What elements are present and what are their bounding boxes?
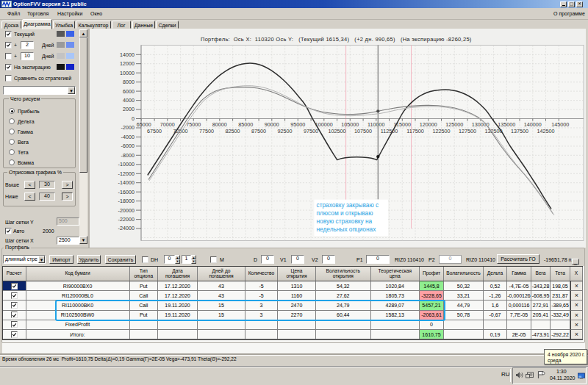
- svg-text:135000: 135000: [498, 121, 515, 128]
- svg-text:недельных опционах: недельных опционах: [317, 226, 377, 233]
- svg-text:100000: 100000: [315, 121, 333, 128]
- svg-text:6000: 6000: [123, 88, 135, 95]
- svg-text:-20000: -20000: [118, 207, 135, 214]
- svg-text:105000: 105000: [341, 121, 359, 128]
- svg-text:2000: 2000: [123, 106, 135, 112]
- svg-text:-18000: -18000: [118, 198, 135, 204]
- svg-text:14000: 14000: [120, 51, 135, 58]
- svg-text:-2000: -2000: [121, 124, 135, 131]
- svg-text:110000: 110000: [368, 121, 384, 128]
- svg-text:-4000: -4000: [121, 134, 135, 140]
- svg-text:127500: 127500: [459, 128, 476, 134]
- svg-text:4000: 4000: [123, 97, 135, 104]
- svg-text:92500: 92500: [278, 128, 293, 134]
- svg-text:-16000: -16000: [118, 189, 135, 195]
- svg-text:новую страховку на: новую страховку на: [317, 217, 373, 225]
- svg-text:107500: 107500: [354, 128, 372, 134]
- svg-text:82500: 82500: [226, 128, 240, 134]
- svg-text:70000: 70000: [160, 121, 175, 128]
- svg-text:-10000: -10000: [118, 161, 135, 168]
- svg-text:95000: 95000: [290, 121, 305, 128]
- svg-text:-22000: -22000: [118, 216, 135, 223]
- svg-text:117500: 117500: [406, 128, 423, 134]
- svg-text:90000: 90000: [265, 121, 279, 128]
- svg-text:77500: 77500: [199, 128, 214, 134]
- svg-text:137500: 137500: [511, 128, 528, 134]
- svg-text:75000: 75000: [186, 121, 201, 128]
- svg-text:0: 0: [132, 115, 135, 122]
- svg-text:12000: 12000: [120, 60, 135, 67]
- svg-text:130000: 130000: [472, 121, 490, 128]
- svg-text:-14000: -14000: [118, 179, 135, 186]
- svg-text:-12000: -12000: [118, 170, 135, 177]
- svg-text:120000: 120000: [420, 121, 437, 128]
- svg-text:67500: 67500: [147, 128, 162, 134]
- svg-text:80000: 80000: [212, 121, 227, 128]
- svg-text:-24000: -24000: [118, 225, 135, 231]
- svg-text:8000: 8000: [123, 79, 135, 85]
- svg-text:10000: 10000: [120, 70, 135, 76]
- svg-text:122500: 122500: [433, 128, 451, 134]
- svg-text:145000: 145000: [551, 121, 569, 128]
- svg-text:65000: 65000: [137, 121, 151, 128]
- svg-text:125000: 125000: [445, 121, 463, 128]
- svg-text:87500: 87500: [251, 128, 266, 134]
- svg-text:112500: 112500: [381, 128, 398, 134]
- svg-text:140000: 140000: [524, 121, 542, 128]
- svg-text:-8000: -8000: [121, 152, 135, 159]
- svg-text:-6000: -6000: [121, 143, 135, 149]
- svg-text:102500: 102500: [329, 128, 346, 134]
- svg-text:85000: 85000: [238, 121, 253, 128]
- svg-text:97500: 97500: [304, 128, 318, 134]
- svg-text:142500: 142500: [537, 128, 555, 134]
- svg-text:плюсом и открываю: плюсом и открываю: [317, 209, 373, 217]
- svg-text:страховку закрываю с: страховку закрываю с: [317, 201, 379, 209]
